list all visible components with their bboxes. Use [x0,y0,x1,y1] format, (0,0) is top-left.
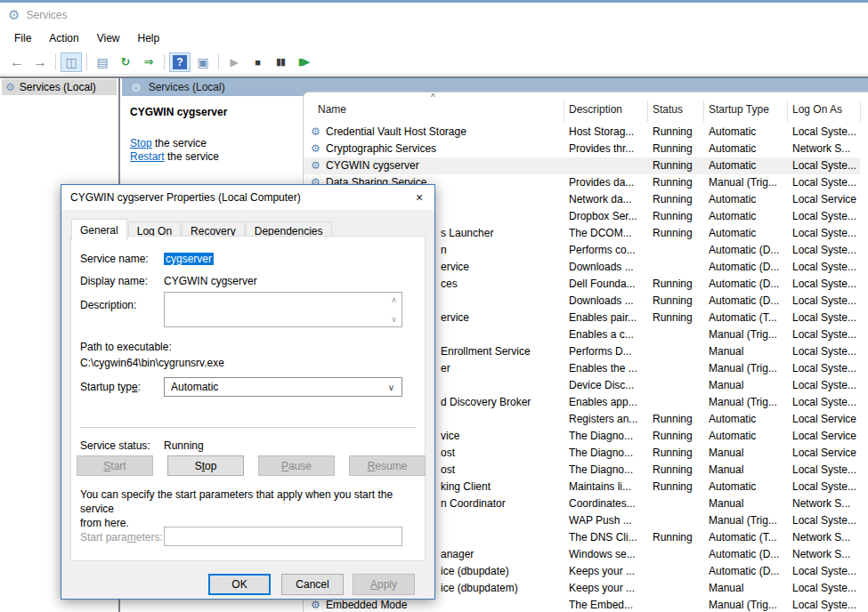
service-log-on-as-cell: Local Syste... [792,293,857,310]
column-header-startup-type[interactable]: Startup Type [709,103,769,123]
table-row[interactable]: ⚙CYGWIN cygserver Running Automatic Loca… [304,157,860,174]
service-status-value: Running [164,439,204,452]
service-startup-type-cell: Automatic [709,411,784,428]
column-header-status[interactable]: Status [653,103,683,123]
extended-view-button[interactable]: ▣ [192,52,214,72]
cancel-button[interactable]: Cancel [281,574,344,595]
service-description-cell: Network da... [569,191,645,208]
apply-button[interactable]: Apply [353,574,415,595]
table-row[interactable]: ⚙Credential Vault Host Storage Host Stor… [304,124,860,141]
service-description-cell: Enables pair... [569,310,645,326]
description-scrollbar[interactable]: ∧ ∨ [387,294,401,326]
service-description-cell: The DCOM... [569,225,645,242]
service-name-label: Service name: [80,253,149,265]
service-description-cell: The Diagno... [569,462,645,479]
service-startup-type-cell: Manual [709,445,784,462]
service-name-text: n [441,242,447,259]
back-button[interactable]: ← [6,52,28,72]
help-icon: ? [173,55,187,69]
service-log-on-as-cell: Local Syste... [792,157,857,174]
service-description-cell: Maintains li... [569,479,645,495]
service-log-on-as-cell: Network S... [792,546,857,563]
start-button[interactable]: Start [77,455,153,476]
column-divider [860,101,861,122]
forward-button[interactable]: → [29,52,51,72]
restart-service-button[interactable]: ▮▶ [293,52,314,72]
menu-action[interactable]: Action [40,28,87,48]
resume-button[interactable]: Resume [349,455,426,476]
startup-type-label: Startup type: [80,381,141,393]
menu-view[interactable]: View [88,28,129,48]
service-startup-type-cell: Manual [709,377,784,394]
services-app-icon: ⚙ [8,8,20,21]
dialog-close-button[interactable]: × [404,185,434,210]
properties-button[interactable]: ▤ [92,52,113,72]
service-name-text: d Discovery Broker [441,394,531,411]
export-list-button[interactable]: ⇒ [138,52,159,72]
refresh-icon: ↻ [121,55,131,68]
tab-general[interactable]: General [71,219,127,240]
service-startup-type-cell: Automatic [709,157,784,174]
service-status-cell: Running [653,310,700,326]
pause-button[interactable]: Pause [258,455,335,476]
service-gear-icon: ⚙ [311,124,326,141]
show-console-tree-icon: ◫ [65,55,77,69]
service-startup-type-cell: Manual (Trig... [709,394,784,411]
restart-service-link[interactable]: Restart [130,150,165,163]
start-service-button[interactable]: ▶ [223,52,245,72]
stop-button[interactable]: Stop [167,455,244,476]
sort-ascending-icon: ^ [431,93,435,102]
description-input[interactable]: ∧ ∨ [164,292,402,327]
pause-service-button[interactable]: ▮▮ [270,52,291,72]
menu-help[interactable]: Help [129,28,169,48]
service-log-on-as-cell: Local Syste... [792,360,857,377]
startup-type-select[interactable]: Automatic ∨ [164,377,402,397]
service-log-on-as-cell: Network S... [792,529,857,546]
service-log-on-as-cell: Local Syste... [792,377,857,394]
service-name-text: ervice [441,310,469,326]
sidebar-item-services-local[interactable]: ⚙ Services (Local) [2,79,117,95]
service-log-on-as-cell: Local Syste... [792,225,857,242]
service-startup-type-cell: Automatic [709,208,784,225]
service-description-cell: The Diagno... [569,445,645,462]
chevron-down-icon[interactable]: ∨ [391,315,397,324]
column-header-log-on-as[interactable]: Log On As [792,103,842,123]
service-startup-type-cell: Automatic [709,141,784,157]
toolbar-separator [164,54,165,70]
service-log-on-as-cell: Local Syste... [792,310,857,326]
service-description-cell: Registers an... [569,411,645,428]
title-bar: ⚙ Services [0,3,868,27]
start-parameters-input[interactable] [164,527,402,546]
menu-file[interactable]: File [5,28,40,48]
column-header-name[interactable]: Name [318,103,346,123]
service-name-text: ice (dbupdatem) [441,580,518,597]
service-name-cell: ⚙Credential Vault Host Storage [304,124,560,141]
stop-service-link[interactable]: Stop [130,137,152,149]
column-header-description[interactable]: Description [569,103,622,123]
show-console-tree-button[interactable]: ◫ [61,52,82,72]
chevron-up-icon[interactable]: ∧ [391,295,397,304]
service-name-text: Enrollment Service [441,343,531,360]
service-log-on-as-cell: Local Syste... [792,462,857,479]
service-status-cell: Running [653,276,700,293]
back-icon: ← [10,54,24,70]
stop-service-button[interactable]: ■ [247,52,268,72]
service-startup-type-cell: Manual (Trig... [709,597,784,612]
display-name-label: Display name: [80,275,148,287]
service-name-text: ervice [441,259,469,276]
service-status-cell [653,360,700,377]
restart-service-text: the service [165,150,219,163]
menu-bar: File Action View Help [0,27,868,50]
properties-dialog: CYGWIN cygserver Properties (Local Compu… [61,184,435,600]
ok-button[interactable]: OK [208,574,271,595]
service-log-on-as-cell: Local Service [792,411,857,428]
service-status-cell: Running [653,124,700,141]
general-tab-page: Service name: cygserver Display name: CY… [70,236,426,561]
refresh-button[interactable]: ↻ [115,52,136,72]
table-row[interactable]: ⚙Cryptographic Services Provides thr... … [304,141,860,157]
service-log-on-as-cell: Local Syste... [792,580,857,597]
window-title: Services [26,9,67,21]
stop-service-text: the service [152,137,207,149]
help-button[interactable]: ? [169,52,191,72]
service-log-on-as-cell: Local Service [792,445,857,462]
